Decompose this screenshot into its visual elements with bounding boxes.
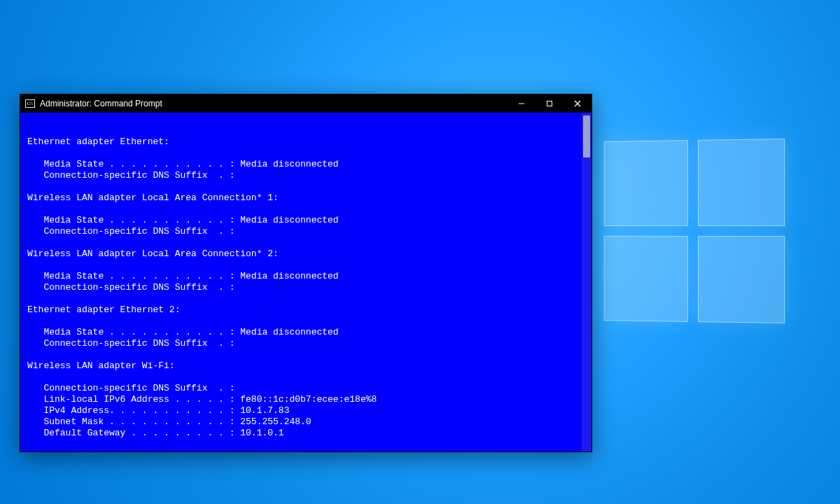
titlebar[interactable]: C:\ Administrator: Command Prompt [20,94,592,113]
maximize-button[interactable] [536,94,564,113]
terminal-output[interactable]: Ethernet adapter Ethernet: Media State .… [20,113,582,451]
minimize-button[interactable] [507,94,536,113]
windows-logo-tile [604,236,688,322]
window-title: Administrator: Command Prompt [40,99,162,108]
command-prompt-window: C:\ Administrator: Command Prompt Ethern… [20,94,592,452]
svg-text:C:\: C:\ [27,101,34,106]
close-button[interactable] [564,94,592,113]
windows-logo-tile [604,140,688,226]
svg-rect-4 [547,102,552,106]
windows-logo-tile [698,236,785,323]
windows-logo [604,139,785,323]
scrollbar-thumb[interactable] [583,115,590,158]
windows-logo-tile [698,139,785,226]
cmd-icon: C:\ [24,98,36,109]
scrollbar[interactable] [582,113,592,451]
terminal-area: Ethernet adapter Ethernet: Media State .… [20,113,592,451]
